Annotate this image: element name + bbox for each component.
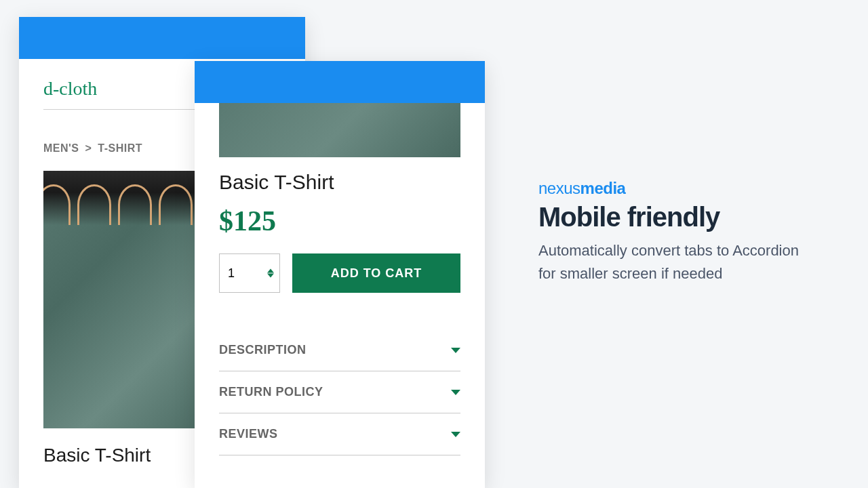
accordion-item-return-policy[interactable]: RETURN POLICY <box>219 371 460 413</box>
stepper-up-icon[interactable] <box>267 269 274 273</box>
marketing-copy: nexusmedia Mobile friendly Automatically… <box>538 179 810 285</box>
breadcrumb-subcategory[interactable]: T-SHIRT <box>98 142 142 154</box>
breadcrumb-category[interactable]: MEN'S <box>43 142 79 154</box>
brand-light: nexus <box>538 179 580 197</box>
quantity-value: 1 <box>228 266 235 281</box>
headline: Mobile friendly <box>538 202 810 232</box>
product-price: $125 <box>219 205 460 237</box>
subcopy: Automatically convert tabs to Accordion … <box>538 239 810 285</box>
stepper-down-icon[interactable] <box>267 274 274 278</box>
phone-status-bar <box>195 61 485 103</box>
chevron-down-icon <box>451 432 460 437</box>
chevron-down-icon <box>451 348 460 353</box>
chevron-down-icon <box>451 390 460 395</box>
product-title: Basic T-Shirt <box>219 171 460 194</box>
accordion-label: REVIEWS <box>219 427 278 441</box>
accordion-label: DESCRIPTION <box>219 343 307 357</box>
add-to-cart-button[interactable]: ADD TO CART <box>292 253 460 293</box>
brand-logo: nexusmedia <box>538 179 810 198</box>
phone-status-bar <box>19 17 305 59</box>
brand-bold: media <box>580 179 626 197</box>
accordion-label: RETURN POLICY <box>219 385 323 399</box>
accordion-item-reviews[interactable]: REVIEWS <box>219 413 460 455</box>
breadcrumb-separator: > <box>85 142 92 154</box>
quantity-stepper[interactable]: 1 <box>219 253 280 293</box>
phone-mockup-front: Basic T-Shirt $125 1 ADD TO CART DESCRIP… <box>195 61 485 488</box>
accordion-item-description[interactable]: DESCRIPTION <box>219 329 460 371</box>
product-image[interactable] <box>219 103 460 157</box>
